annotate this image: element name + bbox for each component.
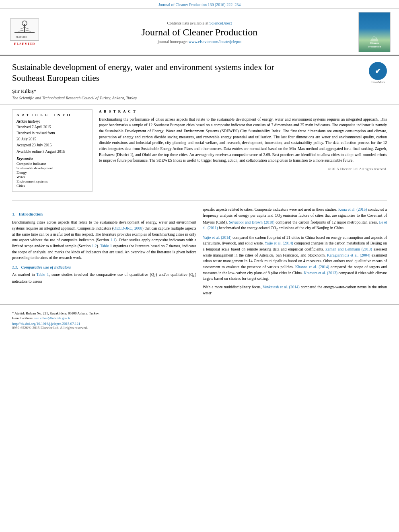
ref-yajie1[interactable]: Yajie et al. (2014) bbox=[203, 235, 231, 240]
author-email[interactable]: siir.kilkis@tubitak.gov.tr bbox=[34, 316, 70, 320]
ref-sec12[interactable]: 1.2 bbox=[92, 244, 97, 248]
journal-citation-text: Journal of Cleaner Production 130 (2016)… bbox=[158, 2, 241, 7]
ref-table1-inline[interactable]: Table 1 bbox=[37, 272, 49, 277]
email-label: E-mail address: bbox=[12, 316, 34, 320]
author-affiliation: The Scientific and Technological Researc… bbox=[12, 96, 387, 100]
ref-zaman[interactable]: Zaman and Lehmann (2013) bbox=[325, 247, 372, 251]
abstract-text: Benchmarking the performance of cities a… bbox=[99, 117, 387, 164]
article-info-abstract-row: A R T I C L E I N F O Article history: R… bbox=[0, 109, 399, 196]
elsevier-logo-image: ELSEVIER bbox=[10, 18, 39, 41]
ref-table1[interactable]: Table 1 bbox=[100, 244, 112, 248]
homepage-prefix: journal homepage: bbox=[158, 39, 189, 44]
svg-rect-0 bbox=[14, 32, 35, 33]
abstract-section: A B S T R A C T Benchmarking the perform… bbox=[99, 109, 387, 171]
received-revised-label: Received in revised form bbox=[16, 130, 88, 136]
article-info-box: A R T I C L E I N F O Article history: R… bbox=[12, 109, 93, 192]
keyword-3: Energy bbox=[16, 170, 88, 175]
subsection1-paragraph1: As marked in Table 1, some studies invol… bbox=[12, 272, 196, 285]
keyword-6: Cities bbox=[16, 184, 88, 188]
article-title-section: Sustainable development of energy, water… bbox=[0, 55, 399, 105]
cleaner-production-logo: ⛰ CleanerProduction bbox=[358, 12, 391, 52]
svg-text:ELSEVIER: ELSEVIER bbox=[16, 36, 27, 38]
issn-line: 0959-6526/© 2015 Elsevier Ltd. All right… bbox=[12, 326, 387, 330]
footer-email-line: E-mail address: siir.kilkis@tubitak.gov.… bbox=[12, 316, 387, 320]
section-1-title: 1. Introduction bbox=[12, 211, 196, 218]
col2-paragraph1: specific aspects related to cities. Comp… bbox=[203, 207, 387, 232]
ref-kona[interactable]: Kona et al. (2015) bbox=[338, 207, 367, 212]
body-col-right: specific aspects related to cities. Comp… bbox=[203, 207, 387, 299]
footer-address: Atatürk Bulvarı No: 221, Kavaklıdere, 06… bbox=[14, 311, 99, 315]
keyword-1: Composite indicator bbox=[16, 162, 88, 166]
ref-oecd-jrc[interactable]: OECD-JRC, 2008 bbox=[113, 226, 142, 230]
keywords-title: Keywords: bbox=[16, 157, 88, 161]
ref-venkatesh[interactable]: Venkatesh et al. (2014) bbox=[263, 285, 300, 289]
homepage-line: journal homepage: www.elsevier.com/locat… bbox=[47, 39, 352, 44]
article-history-title: Article history: bbox=[16, 119, 88, 123]
article-info-column: A R T I C L E I N F O Article history: R… bbox=[12, 109, 93, 196]
abstract-title: A B S T R A C T bbox=[99, 109, 387, 113]
ref-yajie2[interactable]: Yajie et al. (2014) bbox=[265, 241, 293, 245]
science-direct-line: Contents lists available at ScienceDirec… bbox=[47, 21, 352, 25]
cleaner-production-logo-container: ⛰ CleanerProduction bbox=[356, 12, 393, 52]
sd-prefix: Contents lists available at bbox=[167, 21, 209, 25]
crossmark-icon[interactable]: ✔ bbox=[369, 62, 387, 80]
svg-line-3 bbox=[21, 27, 25, 29]
ref-kramers[interactable]: Kramers et al. (2013) bbox=[304, 271, 337, 275]
footer-address-line: * Atatürk Bulvarı No: 221, Kavaklıdere, … bbox=[12, 311, 387, 315]
abstract-column: A B S T R A C T Benchmarking the perform… bbox=[99, 109, 387, 196]
received-date: Received 7 April 2015 bbox=[16, 124, 88, 130]
accepted-date: Accepted 23 July 2015 bbox=[16, 142, 88, 148]
journal-header: ELSEVIER ELSEVIER Contents lists availab… bbox=[0, 9, 399, 55]
body-col-left: 1. Introduction Benchmarking cities acro… bbox=[12, 207, 196, 299]
col2-paragraph2: Yajie et al. (2014) compared the carbon … bbox=[203, 235, 387, 282]
ref-khanna[interactable]: Khanna et al. (2014) bbox=[295, 265, 329, 269]
journal-citation-bar: Journal of Cleaner Production 130 (2016)… bbox=[0, 0, 399, 9]
author-name: Şiir Kılkış* bbox=[12, 88, 387, 94]
available-date: Available online 3 August 2015 bbox=[16, 149, 88, 154]
elsevier-label: ELSEVIER bbox=[14, 42, 35, 46]
keyword-2: Sustainable development bbox=[16, 166, 88, 170]
col2-paragraph3: With a more multidisciplinary focus, Ven… bbox=[203, 284, 387, 296]
received-revised-date: 20 July 2015 bbox=[16, 136, 88, 142]
ref-karagiannidis[interactable]: Karagiannidis et al. (2004) bbox=[327, 253, 370, 257]
keywords-list: Composite indicator Sustainable developm… bbox=[16, 162, 88, 188]
ref-sovacool[interactable]: Sovacool and Brown (2010) bbox=[229, 220, 274, 224]
homepage-url[interactable]: www.elsevier.com/locate/jclepro bbox=[189, 39, 241, 44]
section1-paragraph1: Benchmarking cities across aspects that … bbox=[12, 220, 196, 261]
keyword-5: Environment systems bbox=[16, 179, 88, 183]
ref-sec11[interactable]: 1.1 bbox=[110, 238, 115, 242]
article-title: Sustainable development of energy, water… bbox=[12, 62, 302, 84]
science-direct-link[interactable]: ScienceDirect bbox=[209, 21, 232, 25]
journal-title: Journal of Cleaner Production bbox=[47, 27, 352, 38]
doi-line: http://dx.doi.org/10.1016/j.jclepro.2015… bbox=[12, 322, 387, 326]
subsection-1-1-title: 1.1. Comparative use of indicators bbox=[12, 264, 196, 270]
crossmark-label: CrossMark bbox=[369, 80, 387, 84]
copyright-line: © 2015 Elsevier Ltd. All rights reserved… bbox=[99, 167, 387, 171]
svg-line-6 bbox=[25, 30, 31, 31]
elsevier-logo: ELSEVIER ELSEVIER bbox=[6, 18, 43, 46]
journal-center: Contents lists available at ScienceDirec… bbox=[43, 21, 356, 44]
svg-line-4 bbox=[25, 27, 29, 29]
article-info-title: A R T I C L E I N F O bbox=[16, 113, 88, 117]
keyword-4: Water bbox=[16, 175, 88, 179]
footer: * Atatürk Bulvarı No: 221, Kavaklıdere, … bbox=[0, 304, 399, 332]
svg-line-5 bbox=[19, 30, 25, 31]
doi-link[interactable]: http://dx.doi.org/10.1016/j.jclepro.2015… bbox=[12, 322, 80, 326]
cp-label: CleanerProduction bbox=[368, 41, 381, 49]
main-body: 1. Introduction Benchmarking cities acro… bbox=[0, 201, 399, 299]
